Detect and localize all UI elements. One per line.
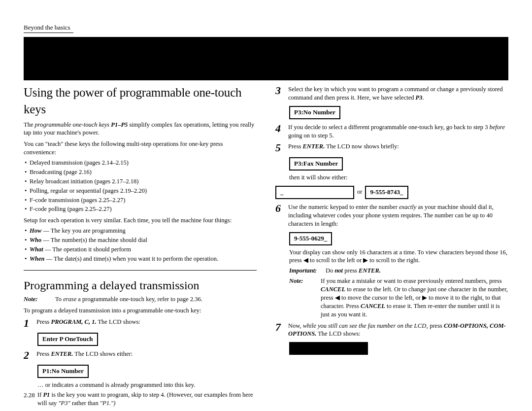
- note-label: Note:: [289, 277, 317, 318]
- then-text: then it will show either:: [289, 173, 508, 182]
- setup-paragraph: Setup for each operation is very similar…: [24, 216, 257, 225]
- display-16-chars: Your display can show only 16 characters…: [289, 248, 508, 265]
- running-header: Beyond the basics: [24, 24, 73, 33]
- step-3: 3 Select the key in which you want to pr…: [275, 85, 508, 102]
- list-item: When — The date(s) and time(s) when you …: [30, 255, 257, 263]
- operations-list: Delayed transmission (pages 2.14–2.15) B…: [24, 159, 257, 213]
- note-erase: Note: To erase a programmable one-touch …: [24, 295, 257, 304]
- page-number: 2.28: [24, 391, 35, 399]
- subsection-heading: Programming a delayed transmission: [24, 277, 257, 293]
- step-number: 1: [24, 318, 32, 329]
- lcd-or-row: _ or 9-555-8743_: [275, 184, 508, 200]
- step-number: 6: [275, 203, 283, 214]
- step-1: 1 Press PROGRAM, C, 1. The LCD shows:: [24, 318, 257, 329]
- note-label: Note:: [24, 295, 51, 304]
- lcd-display: _: [275, 186, 354, 199]
- lcd-display: P3:Fax Number: [289, 155, 508, 171]
- step-7: 7 Now, while you still can see the fax n…: [275, 322, 508, 339]
- list-item: Relay broadcast initiation (pages 2.17–2…: [30, 177, 257, 186]
- step-number: 2: [24, 350, 32, 361]
- step-4: 4 If you decide to select a different pr…: [275, 123, 508, 140]
- manual-page: Beyond the basics Using the power of pro…: [0, 0, 532, 411]
- left-column: Using the power of programmable one-touc…: [24, 84, 257, 408]
- important-label: Important:: [289, 267, 322, 275]
- list-item: Broadcasting (page 2.16): [30, 168, 257, 176]
- intro-paragraph: The programmable one-touch keys P1–P5 si…: [24, 121, 257, 137]
- important-note: Important: Do not press ENTER.: [289, 267, 508, 275]
- teach-paragraph: You can "teach" these keys the following…: [24, 140, 257, 157]
- step-number: 3: [275, 85, 283, 96]
- lcd-display-black: [289, 340, 508, 357]
- step-5: 5 Press ENTER. The LCD now shows briefly…: [275, 142, 508, 153]
- list-item: Who — The number(s) the machine should d…: [30, 236, 257, 244]
- lcd-display: 9-555-8743_: [365, 186, 408, 199]
- step-6: 6 Use the numeric keypad to enter the nu…: [275, 203, 508, 228]
- how-who-what-when: How — The key you are programming Who — …: [24, 227, 257, 263]
- list-item: What — The operation it should perform: [30, 245, 257, 254]
- lcd-display: Enter P OneTouch: [37, 331, 257, 347]
- list-item: F-code transmission (pages 2.25–2.27): [30, 196, 257, 205]
- to-program-paragraph: To program a delayed transmission into a…: [24, 307, 257, 315]
- step-number: 7: [275, 322, 283, 333]
- list-item: Polling, regular or sequential (pages 2.…: [30, 187, 257, 195]
- step-number: 4: [275, 123, 283, 134]
- lcd-display: P1:No Number: [37, 363, 257, 379]
- two-column-layout: Using the power of programmable one-touc…: [24, 84, 508, 408]
- divider: [24, 270, 257, 271]
- list-item: F-code polling (pages 2.25–2.27): [30, 205, 257, 213]
- lcd-display: P3:No Number: [289, 104, 508, 120]
- step-2-if: If P1 is the key you want to program, sk…: [37, 391, 257, 408]
- black-banner: [24, 37, 508, 80]
- note-mistake: Note: If you make a mistake or want to e…: [289, 277, 508, 318]
- step-2: 2 Press ENTER. The LCD shows either:: [24, 350, 257, 361]
- step-number: 5: [275, 142, 283, 153]
- list-item: Delayed transmission (pages 2.14–2.15): [30, 159, 257, 167]
- step-2-or: … or indicates a command is already prog…: [37, 381, 257, 389]
- or-text: or: [357, 188, 362, 196]
- section-heading: Using the power of programmable one-touc…: [24, 84, 257, 118]
- right-column: 3 Select the key in which you want to pr…: [275, 84, 508, 408]
- lcd-display: 9-555-0629_: [289, 230, 508, 246]
- list-item: How — The key you are programming: [30, 227, 257, 235]
